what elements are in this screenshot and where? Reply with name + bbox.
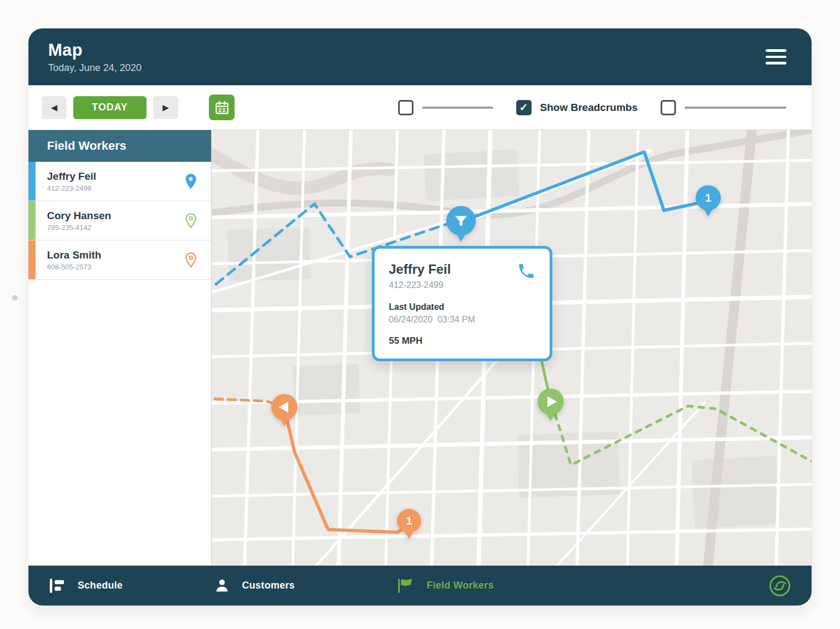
- speed-value: 55 MPH: [389, 336, 535, 346]
- check-icon: ✓: [520, 101, 528, 114]
- tablet-bezel: Map Today, June 24, 2020 ◀ TODAY ▶: [0, 0, 840, 629]
- nav-label-schedule: Schedule: [78, 580, 122, 591]
- toolbar-toggles: ✓ Show Breadcrumbs: [398, 100, 786, 115]
- direction-arrow-right-icon: [547, 396, 557, 407]
- last-updated-value: 06/24/2020 03:34 PM: [389, 315, 535, 325]
- toggle-3-line: [685, 107, 786, 109]
- today-button[interactable]: TODAY: [73, 96, 147, 119]
- map-canvas[interactable]: 1 1 Jeffry Feil 412-223-2499: [212, 130, 812, 566]
- nav-item-customers[interactable]: Customers: [214, 578, 295, 593]
- page-subtitle: Today, June 24, 2020: [48, 62, 142, 74]
- nav-item-schedule[interactable]: Schedule: [48, 578, 122, 594]
- logo-swirl-icon: [768, 574, 792, 598]
- brand-logo[interactable]: [768, 574, 792, 598]
- header-text: Map Today, June 24, 2020: [48, 40, 142, 74]
- worker-color-bar: [28, 240, 36, 279]
- app-window: Map Today, June 24, 2020 ◀ TODAY ▶: [28, 28, 812, 606]
- field-workers-flag-icon: [396, 578, 415, 594]
- hamburger-icon: [766, 49, 786, 52]
- app-header: Map Today, June 24, 2020: [28, 28, 812, 85]
- worker-color-bar: [28, 162, 36, 201]
- chevron-right-icon: ▶: [162, 103, 169, 113]
- field-workers-sidebar: Field Workers Jeffry Feil 412-223-2499 C…: [28, 130, 212, 566]
- next-day-button[interactable]: ▶: [153, 96, 178, 119]
- sidebar-title: Field Workers: [28, 130, 211, 162]
- nav-item-field-workers[interactable]: Field Workers: [396, 578, 494, 594]
- location-pin-icon[interactable]: [184, 173, 198, 190]
- worker-row-jeffry-feil[interactable]: Jeffry Feil 412-223-2499: [28, 162, 211, 201]
- worker-info-popup: Jeffry Feil 412-223-2499 Last Updated 06…: [372, 246, 552, 361]
- popup-worker-name: Jeffry Feil: [389, 262, 451, 277]
- bottom-nav: Schedule Customers Field Workers: [28, 566, 812, 606]
- nav-label-field-workers: Field Workers: [427, 580, 494, 591]
- prev-day-button[interactable]: ◀: [42, 96, 67, 119]
- nav-label-customers: Customers: [242, 580, 295, 591]
- calendar-button[interactable]: [209, 95, 235, 120]
- stop-pin-blue[interactable]: 1: [696, 185, 721, 210]
- show-breadcrumbs-checkbox[interactable]: ✓: [516, 100, 532, 115]
- worker-marker-lora-smith[interactable]: [271, 394, 298, 420]
- calendar-icon: [214, 100, 230, 115]
- location-pin-icon[interactable]: [184, 252, 198, 268]
- worker-color-bar: [28, 201, 36, 240]
- direction-arrow-left-icon: [279, 402, 288, 413]
- worker-row-lora-smith[interactable]: Lora Smith 608-505-2573: [28, 240, 211, 280]
- toggle-1-line: [422, 107, 493, 109]
- phone-icon[interactable]: [517, 262, 535, 280]
- worker-marker-cory-hansen[interactable]: [538, 389, 564, 415]
- last-updated-label: Last Updated: [389, 302, 535, 312]
- page-title: Map: [48, 40, 142, 60]
- popup-worker-phone: 412-223-2499: [389, 280, 451, 290]
- tablet-camera: [12, 295, 18, 301]
- toolbar: ◀ TODAY ▶ ✓: [28, 85, 812, 130]
- schedule-icon: [48, 578, 66, 594]
- breadcrumb-funnel-icon: [454, 214, 468, 228]
- toggle-3-checkbox[interactable]: [661, 100, 676, 115]
- stop-number: 1: [406, 514, 412, 527]
- location-pin-icon[interactable]: [184, 213, 198, 229]
- toggle-1-checkbox[interactable]: [398, 100, 413, 115]
- show-breadcrumbs-label: Show Breadcrumbs: [540, 102, 638, 114]
- chevron-left-icon: ◀: [51, 103, 57, 113]
- stop-number: 1: [705, 191, 711, 204]
- customers-icon: [214, 578, 230, 593]
- worker-row-cory-hansen[interactable]: Cory Hansen 785-235-4142: [28, 201, 211, 240]
- worker-marker-jeffry-feil[interactable]: [446, 206, 476, 236]
- menu-button[interactable]: [762, 46, 790, 68]
- stop-pin-orange[interactable]: 1: [397, 509, 421, 533]
- content: Field Workers Jeffry Feil 412-223-2499 C…: [28, 130, 812, 566]
